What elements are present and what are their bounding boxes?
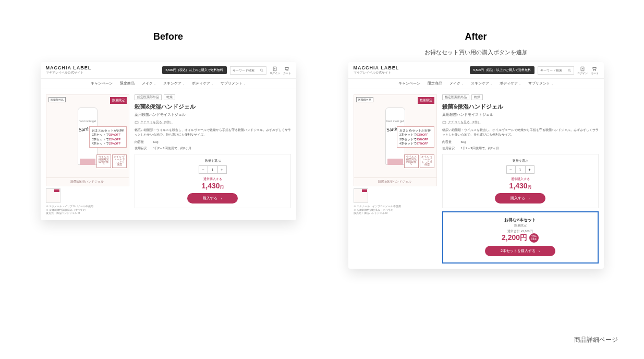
- qty-plus-button[interactable]: +: [526, 166, 534, 173]
- chevron-down-icon: ⌄: [551, 82, 553, 86]
- nav-limited[interactable]: 限定商品: [428, 81, 442, 86]
- chevron-down-icon: ⌄: [490, 82, 492, 86]
- qty-minus-button[interactable]: −: [507, 166, 515, 173]
- main-nav: キャンペーン 限定商品 メイク⌄ スキンケア⌄ ボディケア⌄ サプリメント⌄: [348, 79, 604, 89]
- svg-rect-5: [135, 121, 138, 124]
- image-caption: 殺菌&保湿ハンドジェル: [354, 178, 437, 186]
- product-info: 指定医薬部外品 乾燥 殺菌&保湿ハンドジェル 薬用殺菌ハンドモイストジェル クチ…: [442, 94, 599, 264]
- spec-volume: 内容量60g: [442, 140, 599, 145]
- image-caption: 殺菌&保湿ハンドジェル: [46, 178, 129, 186]
- product-description: 幅広い細菌類・ウイルスを殺去し、オイルヴェールで乾燥から手指を守る殺菌ハンドジェ…: [442, 128, 599, 137]
- reviews-link[interactable]: クチコミを見る（3件）: [442, 120, 599, 125]
- cart-button[interactable]: カート: [591, 66, 599, 75]
- product-image[interactable]: 医薬部外品 数量限定 hand moist gel Sardinia おまとめセ…: [46, 94, 129, 178]
- chevron-down-icon: ⌄: [183, 82, 185, 86]
- cart-icon: [284, 66, 289, 71]
- site-header: MACCHIA LABEL マキアレイベル公式サイト 5,500円（税込）以上の…: [41, 62, 296, 79]
- spec-usage: 使用目安1日2～3回使用で、約2ヶ月: [442, 146, 599, 151]
- tag-concern[interactable]: 乾燥: [471, 94, 483, 100]
- login-button[interactable]: ログイン: [270, 66, 280, 75]
- spec-volume: 内容量60g: [135, 140, 291, 145]
- nav-bodycare[interactable]: ボディケア⌄: [500, 81, 521, 86]
- qty-stepper: − 1 +: [199, 165, 227, 174]
- feature-badges: ウイルス 細菌対策 99%殺菌*¹ オイル ヴェールで しっとり保湿: [404, 154, 434, 168]
- logo[interactable]: MACCHIA LABEL マキアレイベル公式サイト: [354, 65, 399, 75]
- set-purchase-box: お得な2本セット 数量限定 通常合計 ¥2,860円 2,200円 23% OF…: [442, 211, 599, 264]
- set-price: 2,200円: [502, 233, 527, 243]
- nav-skincare[interactable]: スキンケア⌄: [471, 81, 492, 86]
- nav-supplement[interactable]: サプリメント⌄: [528, 81, 553, 86]
- bundle-promo-box: おまとめセットがお得! 2本セットで23%OFF 3本セットで25%OFF 4本…: [397, 126, 434, 148]
- login-icon: [272, 66, 277, 71]
- shipping-banner: 5,500円（税込）以上のご購入で送料無料: [470, 66, 534, 74]
- nav-make[interactable]: メイク⌄: [449, 81, 464, 86]
- svg-line-7: [570, 71, 571, 72]
- review-icon: [135, 121, 139, 125]
- reviews-link[interactable]: クチコミを見る（3件）: [135, 120, 291, 125]
- svg-point-4: [288, 70, 288, 70]
- badge-quasi-drug: 医薬部外品: [356, 97, 373, 102]
- search-input[interactable]: [230, 66, 266, 75]
- chevron-down-icon: ⌄: [244, 82, 246, 86]
- svg-line-1: [262, 71, 263, 72]
- qty-minus-button[interactable]: −: [199, 166, 208, 173]
- login-icon: [580, 66, 585, 71]
- nav-campaign[interactable]: キャンペーン: [398, 81, 420, 86]
- product-name: 殺菌&保湿ハンドジェル: [442, 103, 599, 111]
- nav-bodycare[interactable]: ボディケア⌄: [192, 81, 213, 86]
- set-limited-label: 数量限定: [447, 224, 593, 228]
- thumbnail[interactable]: [354, 188, 368, 203]
- nav-supplement[interactable]: サプリメント⌄: [221, 81, 246, 86]
- spec-usage: 使用目安1日2～3回使用で、約2ヶ月: [135, 146, 291, 151]
- search-input[interactable]: [538, 66, 574, 75]
- footnote: ※ エタノール・イソプロパノール不使用 ※ 皮膚刺激性試験済み（すべての 販売元…: [46, 205, 129, 215]
- qty-value: 1: [208, 166, 218, 173]
- after-screenshot: MACCHIA LABEL マキアレイベル公式サイト 5,500円（税込）以上の…: [348, 62, 604, 269]
- nav-make[interactable]: メイク⌄: [142, 81, 156, 86]
- after-title: After: [348, 31, 604, 42]
- search-icon: [260, 68, 264, 73]
- svg-point-6: [568, 69, 570, 71]
- nav-limited[interactable]: 限定商品: [120, 81, 135, 86]
- qty-label: 数量を選ぶ: [139, 159, 286, 163]
- after-section: After お得なセット買い用の購入ボタンを追加 MACCHIA LABEL マ…: [348, 31, 604, 269]
- nav-skincare[interactable]: スキンケア⌄: [163, 81, 185, 86]
- product-subname: 薬用殺菌ハンドモイストジェル: [135, 112, 291, 117]
- qty-label: 数量を選ぶ: [447, 159, 594, 163]
- product-image[interactable]: 医薬部外品 数量限定 hand moist gel Sardinia おまとめセ…: [354, 94, 437, 178]
- after-caption: お得なセット買い用の購入ボタンを追加: [348, 49, 604, 57]
- price-label: 通常購入する: [447, 177, 594, 182]
- tag-category[interactable]: 指定医薬部外品: [135, 94, 162, 100]
- buy-button[interactable]: 購入する›: [495, 193, 545, 204]
- purchase-box: 数量を選ぶ − 1 + 通常購入する 1,430円 購入する›: [135, 154, 291, 208]
- thumbnail[interactable]: [46, 188, 60, 203]
- set-buy-button[interactable]: 2本セットを購入する›: [485, 246, 555, 256]
- chevron-down-icon: ⌄: [211, 82, 213, 86]
- buy-button[interactable]: 購入する›: [187, 193, 237, 204]
- tag-concern[interactable]: 乾燥: [164, 94, 175, 100]
- qty-plus-button[interactable]: +: [218, 166, 226, 173]
- tag-category[interactable]: 指定医薬部外品: [442, 94, 469, 100]
- chevron-right-icon: ›: [539, 249, 540, 253]
- footnote: ※ エタノール・イソプロパノール不使用 ※ 皮膚刺激性試験済み（すべての 販売元…: [354, 205, 437, 215]
- before-title: Before: [41, 31, 296, 42]
- badge-quasi-drug: 医薬部外品: [48, 97, 66, 102]
- chevron-down-icon: ⌄: [519, 82, 521, 86]
- login-button[interactable]: ログイン: [577, 66, 588, 75]
- logo[interactable]: MACCHIA LABEL マキアレイベル公式サイト: [46, 65, 92, 75]
- chevron-down-icon: ⌄: [154, 82, 156, 86]
- qty-value: 1: [515, 166, 526, 173]
- svg-rect-11: [443, 121, 446, 124]
- purchase-box: 数量を選ぶ − 1 + 通常購入する 1,430円 購入する›: [442, 154, 599, 208]
- nav-campaign[interactable]: キャンペーン: [91, 81, 113, 86]
- cart-button[interactable]: カート: [283, 66, 291, 75]
- product-info: 指定医薬部外品 乾燥 殺菌&保湿ハンドジェル 薬用殺菌ハンドモイストジェル クチ…: [135, 94, 291, 215]
- site-header: MACCHIA LABEL マキアレイベル公式サイト 5,500円（税込）以上の…: [348, 62, 604, 79]
- product-subname: 薬用殺菌ハンドモイストジェル: [442, 112, 599, 117]
- svg-point-10: [596, 70, 596, 70]
- chevron-down-icon: ⌄: [461, 82, 464, 86]
- review-icon: [442, 121, 446, 125]
- product-gallery: 医薬部外品 数量限定 hand moist gel Sardinia おまとめセ…: [354, 94, 437, 264]
- price-label: 通常購入する: [139, 177, 286, 182]
- page-label: 商品詳細ページ: [574, 336, 618, 344]
